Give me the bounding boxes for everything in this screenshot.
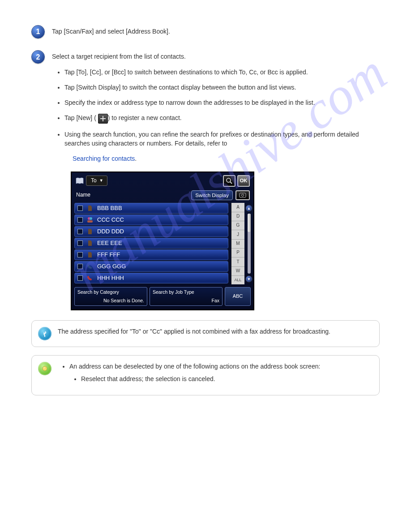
step-1: 1 Tap [Scan/Fax] and select [Address Boo… <box>31 25 380 42</box>
contact-type-icon <box>86 240 94 247</box>
alpha-index-item[interactable]: D <box>231 212 244 221</box>
list-item[interactable]: GGG GGG <box>74 261 228 272</box>
checkbox-icon[interactable] <box>77 252 83 257</box>
address-book-icon <box>75 177 84 185</box>
list-item[interactable]: FFF FFF <box>74 249 228 260</box>
contact-name: EEE EEE <box>97 239 122 248</box>
search-link-tail: . <box>135 155 137 162</box>
scroll-down-icon[interactable]: ▼ <box>245 275 253 283</box>
list-item[interactable]: DDD DDD <box>74 226 228 237</box>
device-footer: Search by Category No Search is Done. Se… <box>72 284 253 309</box>
contact-name: DDD DDD <box>97 227 124 236</box>
bullet-switch-display: Tap [Switch Display] to switch the conta… <box>64 83 380 92</box>
alpha-index-item[interactable]: A <box>231 203 244 212</box>
tip-bullet: An address can be deselected by one of t… <box>69 362 372 384</box>
search-job-value: Fax <box>153 297 219 304</box>
tip-bullet-text: An address can be deselected by one of t… <box>69 363 320 370</box>
info-note-box: The address specified for "To" or "Cc" a… <box>31 320 380 347</box>
ok-button[interactable]: OK <box>237 175 250 187</box>
search-job-label: Search by Job Type <box>153 289 219 296</box>
alpha-index-item[interactable]: M <box>231 240 244 249</box>
alpha-index-item[interactable]: W <box>231 267 244 276</box>
device-top-bar: To ▼ OK <box>72 172 253 189</box>
search-by-category[interactable]: Search by Category No Search is Done. <box>74 287 147 305</box>
step-1-badge: 1 <box>31 25 45 39</box>
search-by-job-type[interactable]: Search by Job Type Fax <box>150 287 223 305</box>
contact-name: HHH HHH <box>97 274 124 283</box>
bullet-to-cc-bcc: Tap [To], [Cc], or [Bcc] to switch betwe… <box>64 68 380 77</box>
checkbox-icon[interactable] <box>77 229 83 234</box>
device-body: BBB BBB CCC CCC DDD DDD EEE EEE FFF FFF <box>72 203 253 284</box>
tip-note-content: An address can be deselected by one of t… <box>58 362 372 389</box>
search-link-block: Searching for contacts. <box>73 154 380 163</box>
alpha-index-item[interactable]: ALL <box>231 276 244 284</box>
checkbox-icon[interactable] <box>77 217 83 223</box>
contact-name: BBB BBB <box>97 204 122 213</box>
step-2-bullets: Tap [To], [Cc], or [Bcc] to switch betwe… <box>52 68 380 148</box>
list-item[interactable]: BBB BBB <box>74 203 228 214</box>
info-icon <box>38 327 51 340</box>
info-note-content: The address specified for "To" or "Cc" a… <box>58 327 372 340</box>
info-note-text: The address specified for "To" or "Cc" a… <box>58 327 372 336</box>
svg-point-7 <box>44 336 45 337</box>
alpha-index-item[interactable]: T <box>231 257 244 266</box>
search-button[interactable] <box>223 175 235 187</box>
contact-list: BBB BBB CCC CCC DDD DDD EEE EEE FFF FFF <box>72 203 231 284</box>
checkbox-icon[interactable] <box>77 240 83 246</box>
scroll-track[interactable] <box>248 214 251 274</box>
list-item[interactable]: HHH HHH <box>74 273 228 283</box>
alpha-index-item[interactable]: J <box>231 230 244 239</box>
checkbox-icon[interactable] <box>77 206 83 211</box>
svg-rect-6 <box>87 220 93 223</box>
step-2-badge: 2 <box>31 50 45 64</box>
contact-type-icon <box>86 216 94 223</box>
view-toggle-button[interactable] <box>235 190 250 200</box>
svg-point-3 <box>242 194 244 197</box>
contact-name: FFF FFF <box>97 251 120 259</box>
contact-type-icon <box>86 263 94 270</box>
scroll-thumb[interactable] <box>248 214 251 232</box>
contact-name: GGG GGG <box>97 262 126 271</box>
tip-sub-bullet: Reselect that address; the selection is … <box>81 374 372 383</box>
alpha-index-item[interactable]: P <box>231 249 244 257</box>
alpha-index-item[interactable]: G <box>231 221 244 230</box>
contact-type-icon <box>86 228 94 235</box>
plus-icon <box>98 114 108 124</box>
name-column-header: Name <box>76 191 188 199</box>
svg-point-0 <box>227 178 231 182</box>
svg-point-8 <box>43 366 47 371</box>
switch-display-button[interactable]: Switch Display <box>191 190 233 201</box>
bullet-search: Using the search function, you can refin… <box>64 130 380 148</box>
searching-contacts-link[interactable]: Searching for contacts <box>73 155 135 162</box>
step-1-content: Tap [Scan/Fax] and select [Address Book]… <box>52 25 380 42</box>
tip-note-box: An address can be deselected by one of t… <box>31 355 380 396</box>
search-cat-value: No Search is Done. <box>77 297 144 304</box>
bullet-new-prefix: Tap [New] ( <box>64 114 96 121</box>
step-2-content: Select a target recipient from the list … <box>52 50 380 163</box>
checkbox-icon[interactable] <box>77 264 83 269</box>
device-screenshot: To ▼ OK Name Switch Display BBB BBB CCC … <box>71 172 254 310</box>
step-1-text: Tap [Scan/Fax] and select [Address Book]… <box>52 27 380 36</box>
list-item[interactable]: CCC CCC <box>74 215 228 225</box>
contact-name: CCC CCC <box>97 216 124 224</box>
to-label: To <box>91 177 97 184</box>
scrollbar[interactable]: ▲ ▼ <box>244 203 253 284</box>
tip-icon <box>38 362 51 375</box>
svg-point-5 <box>90 217 92 220</box>
svg-line-1 <box>230 182 232 184</box>
abc-button[interactable]: ABC <box>225 287 251 305</box>
device-list-header: Name Switch Display <box>72 189 253 203</box>
svg-point-9 <box>44 367 45 368</box>
bullet-new-suffix: ) to register a new contact. <box>108 114 182 121</box>
bullet-index-type: Specify the index or address type to nar… <box>64 98 380 107</box>
contact-type-icon <box>86 205 94 212</box>
to-dropdown[interactable]: To ▼ <box>86 176 107 186</box>
list-item[interactable]: EEE EEE <box>74 238 228 249</box>
step-2: 2 Select a target recipient from the lis… <box>31 50 380 163</box>
checkbox-icon[interactable] <box>77 275 83 281</box>
alpha-index[interactable]: A D G J M P T W ALL <box>231 203 244 284</box>
contact-type-icon <box>86 251 94 258</box>
scroll-up-icon[interactable]: ▲ <box>245 205 253 212</box>
contact-type-icon <box>86 275 94 282</box>
search-cat-label: Search by Category <box>77 289 144 296</box>
